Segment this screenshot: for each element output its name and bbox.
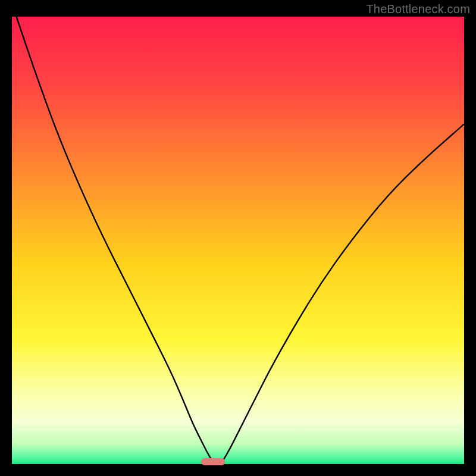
watermark-text: TheBottleneck.com	[366, 2, 470, 16]
plot-background	[12, 17, 464, 464]
bottleneck-chart	[0, 0, 476, 476]
optimal-marker	[201, 458, 225, 465]
chart-stage: TheBottleneck.com	[0, 0, 476, 476]
